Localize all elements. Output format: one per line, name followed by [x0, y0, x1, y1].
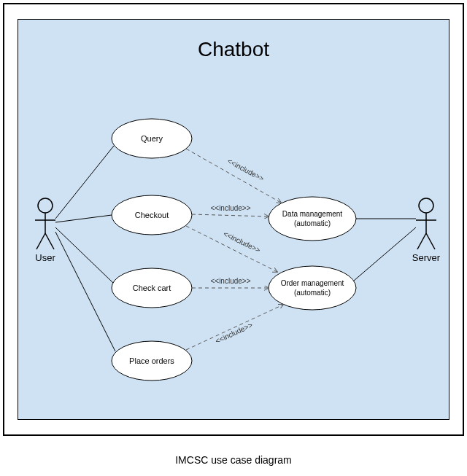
usecase-query: Query: [112, 119, 192, 158]
usecase-order-management: Order management (automatic): [269, 266, 356, 310]
svg-line-25: [55, 215, 112, 222]
svg-text:<<include>>: <<include>>: [214, 321, 254, 345]
svg-point-21: [269, 266, 356, 310]
svg-text:Place orders: Place orders: [129, 356, 174, 365]
svg-text:Check cart: Check cart: [133, 284, 171, 292]
svg-line-38: [186, 305, 283, 350]
include-checkout-to-order: <<include>>: [186, 226, 277, 272]
svg-text:Order management: Order management: [281, 279, 344, 287]
svg-line-29: [354, 227, 416, 281]
svg-text:(automatic): (automatic): [294, 289, 331, 297]
svg-text:Checkout: Checkout: [135, 211, 169, 219]
svg-line-9: [426, 233, 435, 249]
svg-text:<<include>>: <<include>>: [210, 277, 250, 285]
svg-text:(automatic): (automatic): [294, 219, 331, 227]
actor-user: User: [35, 198, 55, 263]
svg-text:<<include>>: <<include>>: [222, 230, 261, 254]
assoc-user-query: [55, 146, 114, 219]
include-checkout-to-data: <<include>>: [192, 204, 269, 216]
svg-point-0: [38, 198, 53, 213]
svg-line-32: [192, 214, 269, 216]
svg-text:Query: Query: [141, 134, 163, 143]
svg-text:<<include>>: <<include>>: [210, 204, 250, 212]
svg-line-27: [55, 232, 115, 351]
svg-line-4: [45, 233, 54, 249]
assoc-user-checkcart: [55, 227, 113, 283]
svg-text:<<include>>: <<include>>: [226, 157, 266, 183]
svg-line-30: [186, 149, 281, 203]
svg-point-5: [419, 198, 433, 213]
actor-server-label: Server: [412, 252, 441, 263]
figure-caption: IMCSC use case diagram: [0, 454, 467, 466]
include-checkcart-to-order: <<include>>: [192, 277, 269, 288]
svg-line-24: [55, 146, 114, 219]
actor-user-label: User: [35, 252, 55, 263]
usecase-checkout: Checkout: [112, 195, 192, 235]
svg-line-26: [55, 227, 113, 283]
svg-text:Data management: Data management: [282, 210, 342, 218]
usecase-diagram-svg: User Server Query Checkout Check cart Pl…: [0, 0, 467, 445]
actor-server: Server: [412, 198, 441, 263]
svg-line-3: [36, 233, 45, 249]
usecase-data-management: Data management (automatic): [269, 197, 356, 241]
usecase-check-cart: Check cart: [112, 268, 192, 308]
assoc-server-order: [354, 227, 416, 281]
svg-point-18: [269, 197, 356, 241]
svg-line-8: [417, 233, 426, 249]
assoc-user-checkout: [55, 215, 112, 222]
usecase-place-orders: Place orders: [112, 341, 192, 381]
include-placeorders-to-order: <<include>>: [186, 305, 283, 350]
include-query-to-data: <<include>>: [186, 149, 281, 203]
assoc-user-placeorders: [55, 232, 115, 351]
